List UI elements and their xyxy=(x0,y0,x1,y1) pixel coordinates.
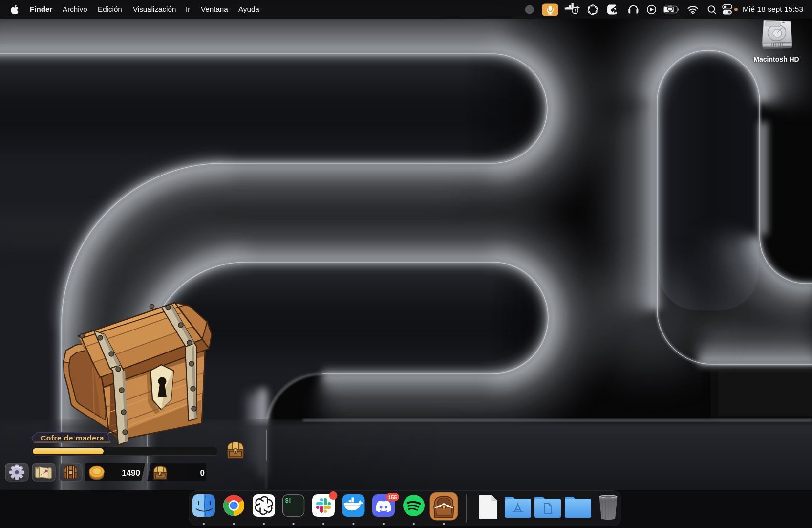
svg-text:155: 155 xyxy=(388,494,397,500)
svg-text:Cofre de madera: Cofre de madera xyxy=(41,434,104,442)
svg-text:1490: 1490 xyxy=(122,468,140,478)
svg-text:$: $ xyxy=(285,498,289,505)
svg-text:0: 0 xyxy=(200,468,205,478)
